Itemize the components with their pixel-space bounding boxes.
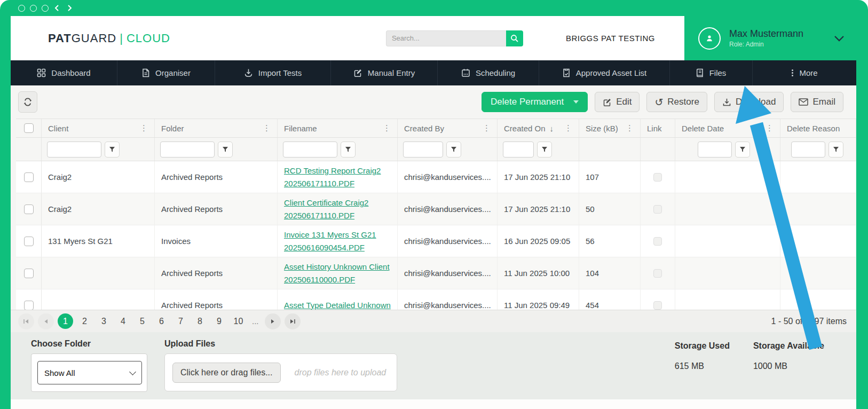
cell-size: 454 bbox=[579, 289, 641, 310]
refresh-button[interactable] bbox=[18, 91, 37, 113]
created-by-filter-button[interactable] bbox=[446, 141, 461, 158]
created-by-filter-input[interactable] bbox=[403, 141, 443, 158]
page-button-3[interactable]: 3 bbox=[96, 313, 112, 329]
search-input[interactable] bbox=[386, 30, 506, 46]
file-link[interactable]: Asset History Unknown Client 20250611000… bbox=[284, 261, 391, 286]
person-icon bbox=[704, 33, 715, 44]
window-control-circle-2[interactable] bbox=[30, 5, 37, 12]
page-button-5[interactable]: 5 bbox=[135, 313, 150, 329]
next-page-button[interactable] bbox=[265, 313, 281, 329]
column-header-link[interactable]: Link bbox=[641, 119, 675, 137]
column-header-filename[interactable]: Filename bbox=[278, 119, 398, 137]
filename-filter-input[interactable] bbox=[283, 141, 337, 158]
nav-item-dashboard[interactable]: Dashboard bbox=[11, 60, 117, 85]
file-link[interactable]: Client Certificate Craig2 202506171110.P… bbox=[284, 196, 391, 222]
page-button-4[interactable]: 4 bbox=[115, 313, 131, 329]
delete-date-filter-input[interactable] bbox=[698, 141, 732, 158]
delete-reason-filter-input[interactable] bbox=[791, 141, 825, 158]
nav-item-approved-asset-list[interactable]: Approved Asset List bbox=[539, 60, 670, 85]
back-icon[interactable] bbox=[53, 4, 61, 12]
client-filter-button[interactable] bbox=[105, 141, 120, 158]
delete-date-filter-button[interactable] bbox=[735, 141, 750, 158]
window-control-circle-1[interactable] bbox=[18, 5, 25, 12]
file-link[interactable]: Asset Type Detailed Unknown bbox=[284, 299, 391, 310]
page-button-6[interactable]: 6 bbox=[154, 313, 169, 329]
prev-page-button[interactable] bbox=[38, 313, 54, 329]
last-page-button[interactable] bbox=[285, 313, 301, 329]
column-header-created-on[interactable]: Created On↓ bbox=[498, 119, 579, 137]
upload-files-button[interactable]: Click here or drag files... bbox=[172, 363, 281, 383]
filter-cell-created-on bbox=[498, 138, 579, 161]
row-checkbox[interactable] bbox=[24, 269, 34, 278]
table-row[interactable]: Archived Reports Asset History Unknown C… bbox=[16, 257, 856, 289]
user-info: Max Mustermann Role: Admin bbox=[729, 28, 803, 48]
column-menu-icon[interactable] bbox=[763, 123, 776, 133]
page-button-9[interactable]: 9 bbox=[211, 313, 227, 329]
cell-created-by: chrisi@kanduservices.... bbox=[398, 161, 498, 193]
nav-item-manual-entry[interactable]: Manual Entry bbox=[331, 60, 438, 85]
nav-item-files[interactable]: Files bbox=[670, 60, 753, 85]
page-button-7[interactable]: 7 bbox=[173, 313, 188, 329]
email-button[interactable]: Email bbox=[791, 92, 843, 112]
table-row[interactable]: Archived Reports Asset Type Detailed Unk… bbox=[16, 289, 856, 310]
forward-icon[interactable] bbox=[66, 4, 73, 12]
created-on-filter-button[interactable] bbox=[537, 141, 552, 158]
column-menu-icon[interactable] bbox=[138, 123, 150, 133]
page-button-8[interactable]: 8 bbox=[192, 313, 208, 329]
window-titlebar bbox=[0, 0, 868, 16]
page-button-2[interactable]: 2 bbox=[77, 313, 92, 329]
page-button-1[interactable]: 1 bbox=[58, 313, 73, 329]
nav-item-organiser[interactable]: Organiser bbox=[117, 60, 215, 85]
column-header-client[interactable]: Client bbox=[42, 119, 155, 137]
logo-divider: | bbox=[120, 32, 123, 45]
column-header-delete-reason[interactable]: Delete Reason bbox=[780, 119, 856, 137]
edit-button[interactable]: Edit bbox=[595, 92, 640, 112]
column-header-delete-date[interactable]: Delete Date bbox=[675, 119, 780, 137]
window-control-circle-3[interactable] bbox=[42, 5, 49, 12]
nav-item-more[interactable]: More bbox=[753, 60, 856, 85]
upload-dropzone[interactable]: Click here or drag files... drop files h… bbox=[164, 353, 397, 391]
delete-permanent-button[interactable]: Delete Permanent bbox=[482, 92, 588, 112]
column-menu-icon[interactable] bbox=[261, 123, 273, 133]
column-menu-icon[interactable] bbox=[381, 123, 393, 133]
search-button[interactable] bbox=[506, 30, 523, 46]
column-menu-icon[interactable] bbox=[624, 123, 636, 133]
first-page-button[interactable] bbox=[18, 313, 34, 329]
download-label: Download bbox=[736, 97, 776, 107]
storage-used-label: Storage Used bbox=[675, 341, 730, 351]
table-row[interactable]: Craig2 Archived Reports Client Certifica… bbox=[16, 193, 856, 225]
more-dots-icon bbox=[791, 68, 794, 77]
cell-delete-date bbox=[675, 225, 780, 257]
column-header-folder[interactable]: Folder bbox=[155, 119, 278, 137]
chevron-down-icon[interactable] bbox=[834, 35, 845, 42]
column-header-size[interactable]: Size (kB) bbox=[579, 119, 641, 137]
row-checkbox[interactable] bbox=[24, 204, 34, 214]
folder-filter-input[interactable] bbox=[160, 141, 215, 158]
column-menu-icon[interactable] bbox=[562, 123, 574, 133]
nav-item-import-tests[interactable]: Import Tests bbox=[215, 60, 331, 85]
restore-button[interactable]: ↺ Restore bbox=[646, 92, 707, 112]
app-header: PATGUARD|CLOUD BRIGGS PAT TESTING Max Mu… bbox=[11, 16, 856, 60]
row-checkbox[interactable] bbox=[24, 172, 34, 182]
download-button[interactable]: Download bbox=[714, 92, 784, 112]
folder-filter-button[interactable] bbox=[218, 141, 233, 158]
row-checkbox[interactable] bbox=[24, 237, 34, 246]
table-row[interactable]: Craig2 Archived Reports RCD Testing Repo… bbox=[16, 161, 856, 193]
column-header-created-by[interactable]: Created By bbox=[398, 119, 498, 137]
page-button-10[interactable]: 10 bbox=[231, 313, 246, 329]
nav-item-scheduling[interactable]: Scheduling bbox=[438, 60, 539, 85]
file-link[interactable]: Invoice 131 Myers St G21 20250616090454.… bbox=[284, 229, 391, 254]
client-filter-input[interactable] bbox=[47, 141, 101, 158]
delete-reason-filter-button[interactable] bbox=[828, 141, 843, 158]
user-menu[interactable]: Max Mustermann Role: Admin bbox=[684, 16, 856, 60]
file-link[interactable]: RCD Testing Report Craig2 202506171110.P… bbox=[284, 164, 391, 190]
select-all-checkbox[interactable] bbox=[24, 123, 34, 133]
created-on-filter-input[interactable] bbox=[503, 141, 534, 158]
table-row[interactable]: 131 Myers St G21 Invoices Invoice 131 My… bbox=[16, 225, 856, 257]
choose-folder-select[interactable]: Show All bbox=[37, 361, 142, 384]
filename-filter-button[interactable] bbox=[341, 141, 356, 158]
cell-created-on: 11 Jun 2025 10:00 bbox=[498, 257, 579, 289]
column-menu-icon[interactable] bbox=[480, 123, 493, 133]
storage-available-label: Storage Available bbox=[753, 341, 824, 351]
row-checkbox[interactable] bbox=[24, 301, 34, 310]
